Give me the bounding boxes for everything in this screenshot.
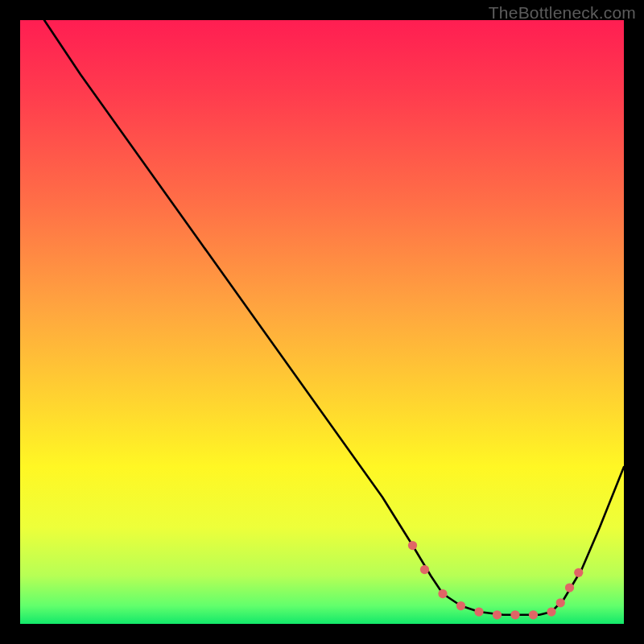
marker-dot bbox=[438, 589, 447, 598]
marker-dot bbox=[510, 610, 519, 619]
marker-dot bbox=[408, 541, 417, 550]
marker-dot bbox=[420, 565, 429, 574]
marker-dot bbox=[474, 607, 483, 616]
marker-dot bbox=[565, 583, 574, 592]
chart-frame: TheBottleneck.com bbox=[0, 0, 644, 644]
bottleneck-curve bbox=[44, 20, 624, 615]
marker-dot bbox=[456, 601, 465, 610]
plot-area bbox=[20, 20, 624, 624]
marker-dot bbox=[547, 607, 555, 616]
marker-dot bbox=[574, 568, 583, 577]
marker-dot bbox=[493, 610, 502, 619]
curve-layer bbox=[20, 20, 624, 624]
marker-dot bbox=[529, 610, 538, 619]
watermark-text: TheBottleneck.com bbox=[489, 3, 636, 23]
marker-dot bbox=[556, 598, 565, 607]
